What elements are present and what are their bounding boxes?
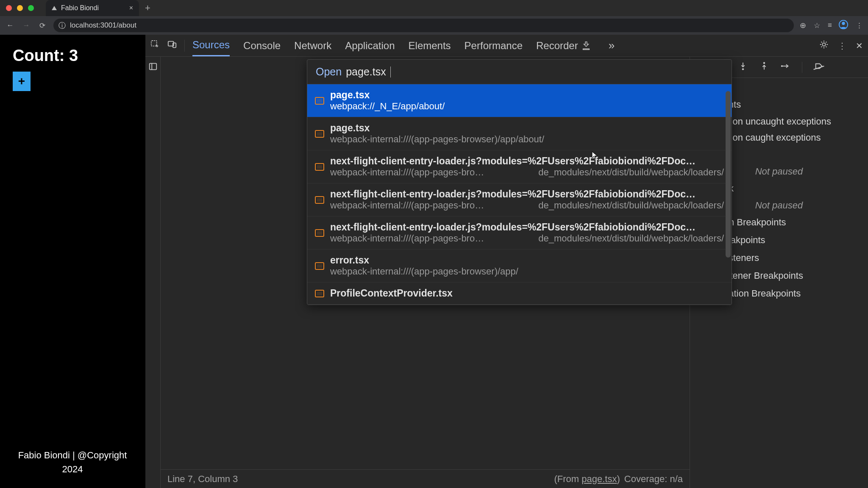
site-info-icon[interactable]: ⓘ [58, 21, 66, 30]
palette-item-title: page.tsx [330, 89, 724, 101]
palette-item-subtitle-right: de_modules/next/dist/build/webpack/loade… [538, 233, 724, 244]
palette-item[interactable]: next-flight-client-entry-loader.js?modul… [307, 150, 732, 183]
scrollbar[interactable] [726, 91, 731, 258]
profile-avatar-icon[interactable] [839, 20, 848, 31]
extensions-icon[interactable]: ≡ [828, 21, 831, 30]
palette-item[interactable]: page.tsxwebpack-internal:///(app-pages-b… [307, 117, 732, 150]
editor-status-bar: Line 7, Column 3 (From page.tsx) Coverag… [161, 469, 690, 488]
text-cursor-icon [390, 67, 391, 78]
devtools-body: To sy Line 7, Column 3 (From page.tsx) C… [145, 57, 868, 488]
divider [184, 40, 185, 52]
zoom-icon[interactable]: ⊕ [800, 21, 806, 30]
palette-item-text: next-flight-client-entry-loader.js?modul… [330, 189, 724, 211]
new-tab-button[interactable]: + [145, 3, 150, 14]
more-tabs-chevrons-icon[interactable]: » [609, 39, 615, 52]
cursor-position: Line 7, Column 3 [167, 474, 238, 485]
count-display: Count: 3 [13, 47, 132, 65]
svg-point-9 [742, 68, 744, 70]
divider [802, 62, 802, 73]
devtools-menu-button[interactable]: ⋮ [838, 41, 846, 51]
svg-rect-6 [149, 64, 156, 70]
forward-button[interactable]: → [21, 21, 31, 30]
file-icon [315, 163, 324, 171]
palette-item[interactable]: error.tsxwebpack-internal:///(app-pages-… [307, 250, 732, 283]
bookmark-icon[interactable]: ☆ [814, 21, 820, 30]
browser-menu-button[interactable]: ⋮ [856, 21, 863, 30]
file-icon [315, 196, 324, 204]
palette-item-text: ProfileContextProvider.tsx [330, 288, 724, 299]
palette-item-title: next-flight-client-entry-loader.js?modul… [330, 155, 724, 167]
tab-elements[interactable]: Elements [409, 35, 451, 56]
back-button[interactable]: ← [5, 21, 15, 30]
window-chrome: Fabio Biondi × + [0, 0, 868, 16]
file-icon [315, 130, 324, 138]
url-text: localhost:3001/about [70, 21, 136, 30]
palette-item[interactable]: next-flight-client-entry-loader.js?modul… [307, 183, 732, 216]
devtools-toolbar: Sources Console Network Application Elem… [145, 35, 868, 57]
traffic-lights [6, 5, 34, 11]
devtools-close-button[interactable]: ✕ [856, 41, 863, 51]
tab-performance[interactable]: Performance [465, 35, 523, 56]
palette-item-title: next-flight-client-entry-loader.js?modul… [330, 189, 724, 200]
palette-item-subtitle: webpack-internal:///(app-pages-bro… [330, 200, 531, 211]
maximize-window-button[interactable] [28, 5, 34, 11]
inspect-element-icon[interactable] [150, 40, 160, 51]
open-file-palette[interactable]: Open page.tsx page.tsxwebpack://_N_E/app… [307, 59, 732, 305]
page-footer: Fabio Biondi | @Copyright 2024 [13, 448, 132, 476]
palette-item-subtitle-right: de_modules/next/dist/build/webpack/loade… [538, 167, 724, 178]
browser-tab-strip: Fabio Biondi × + [46, 0, 150, 16]
palette-query: page.tsx [346, 66, 386, 78]
deactivate-breakpoints-icon[interactable] [814, 61, 823, 73]
tab-title: Fabio Biondi [61, 4, 125, 12]
tab-favicon-icon [52, 6, 57, 10]
tab-recorder[interactable]: Recorder [536, 35, 591, 56]
file-icon [315, 290, 324, 297]
palette-item-title: page.tsx [330, 122, 724, 134]
address-bar: ← → ⟳ ⓘ localhost:3001/about ⊕ ☆ ≡ ⋮ [0, 16, 868, 35]
browser-tab[interactable]: Fabio Biondi × [46, 0, 139, 16]
toolbar-right: ⊕ ☆ ≡ ⋮ [800, 20, 863, 31]
palette-item[interactable]: next-flight-client-entry-loader.js?modul… [307, 216, 732, 250]
status-from-link[interactable]: page.tsx [581, 474, 617, 484]
palette-input[interactable]: Open page.tsx [307, 60, 732, 84]
palette-item-subtitle: webpack-internal:///(app-pages-bro… [330, 233, 531, 244]
file-icon [315, 229, 324, 237]
palette-item-subtitle: webpack-internal:///(app-pages-browser)/… [330, 266, 724, 277]
svg-point-10 [763, 62, 765, 64]
url-input[interactable]: ⓘ localhost:3001/about [53, 19, 794, 32]
palette-item-title: ProfileContextProvider.tsx [330, 288, 724, 299]
tab-close-button[interactable]: × [129, 4, 133, 12]
svg-point-5 [822, 43, 825, 46]
increment-button[interactable]: + [13, 72, 31, 91]
palette-item[interactable]: page.tsxwebpack://_N_E/app/about/ [307, 84, 732, 117]
tab-application[interactable]: Application [345, 35, 395, 56]
svg-rect-2 [151, 41, 157, 46]
devtools: Sources Console Network Application Elem… [145, 35, 868, 488]
palette-results: page.tsxwebpack://_N_E/app/about/page.ts… [307, 84, 732, 305]
palette-item-subtitle: webpack://_N_E/app/about/ [330, 101, 724, 112]
minimize-window-button[interactable] [17, 5, 23, 11]
palette-item-text: next-flight-client-entry-loader.js?modul… [330, 155, 724, 178]
palette-item-text: page.tsxwebpack-internal:///(app-pages-b… [330, 122, 724, 145]
step-into-icon[interactable] [738, 61, 748, 73]
palette-item[interactable]: ProfileContextProvider.tsx [307, 283, 732, 305]
settings-gear-icon[interactable] [819, 40, 829, 51]
sources-navigator-toggle[interactable] [145, 57, 161, 488]
tab-sources[interactable]: Sources [192, 35, 230, 56]
device-toolbar-icon[interactable] [167, 40, 177, 51]
tab-console[interactable]: Console [243, 35, 281, 56]
reload-button[interactable]: ⟳ [37, 21, 47, 30]
devtools-tabs: Sources Console Network Application Elem… [192, 35, 615, 56]
svg-point-11 [781, 65, 783, 67]
step-out-icon[interactable] [760, 61, 769, 73]
file-icon [315, 262, 324, 270]
status-coverage: Coverage: n/a [624, 474, 683, 485]
tab-network[interactable]: Network [294, 35, 331, 56]
close-window-button[interactable] [6, 5, 12, 11]
palette-item-text: next-flight-client-entry-loader.js?modul… [330, 222, 724, 244]
step-icon[interactable] [781, 61, 790, 73]
palette-item-subtitle-right: de_modules/next/dist/build/webpack/loade… [538, 200, 724, 211]
status-from: (From page.tsx) [554, 474, 620, 485]
sources-editor: To sy Line 7, Column 3 (From page.tsx) C… [161, 57, 690, 488]
devtools-toolbar-right: ⋮ ✕ [819, 40, 863, 51]
